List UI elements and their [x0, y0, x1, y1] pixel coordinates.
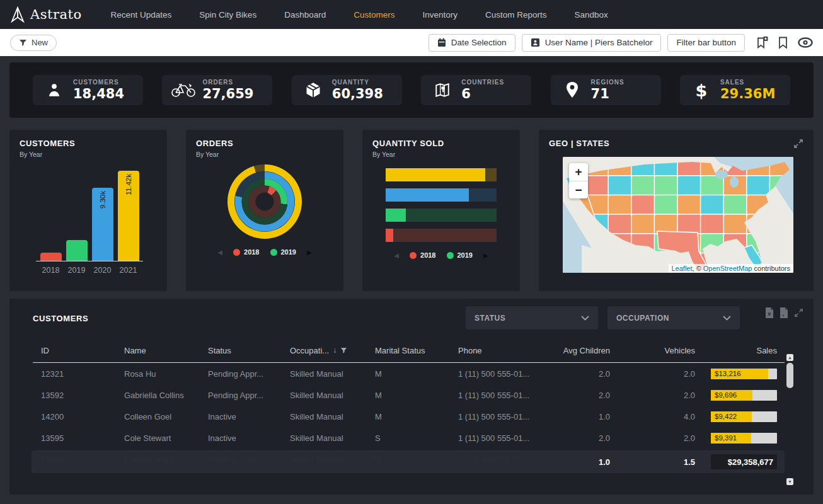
expand-icon[interactable]: [793, 139, 803, 149]
cell-sales: $9,422: [695, 411, 777, 422]
bar-2019[interactable]: [66, 240, 88, 261]
nav-item-sandbox[interactable]: Sandbox: [575, 10, 608, 20]
column-header-vehicles[interactable]: Vehicles: [610, 346, 695, 355]
x-tick-label: 2018: [40, 266, 62, 275]
brand-name: Astrato: [30, 7, 82, 22]
totals-sales: $29,358,677: [695, 454, 777, 469]
panel-subtitle: By Year: [20, 151, 157, 158]
cell-vehicles: 2.0: [610, 369, 695, 379]
legend-next-icon[interactable]: ▶: [307, 249, 312, 256]
kpi-label: ORDERS: [202, 79, 253, 86]
nav-item-spin-city-bikes[interactable]: Spin City Bikes: [199, 10, 256, 20]
column-header-status[interactable]: Status: [208, 346, 290, 355]
kpi-label: COUNTRIES: [461, 79, 504, 86]
column-header-occupati-[interactable]: Occupati...↓: [290, 346, 375, 355]
nav-item-custom-reports[interactable]: Custom Reports: [485, 10, 547, 20]
user-name-button[interactable]: User Name | Piers Batchelor: [522, 34, 662, 52]
column-header-name[interactable]: Name: [124, 346, 208, 355]
cell-phone: 1 (11) 500 555-01...: [458, 433, 550, 443]
column-header-marital-status[interactable]: Marital Status: [375, 346, 458, 355]
date-selection-button[interactable]: Date Selection: [429, 34, 515, 52]
legend-item-2019[interactable]: 2019: [270, 248, 296, 256]
nav-item-recent-updates[interactable]: Recent Updates: [111, 10, 172, 20]
legend-prev-icon[interactable]: ◀: [217, 249, 222, 256]
table-row[interactable]: 13595Cole StewartInactiveSkilled ManualS…: [9, 427, 814, 449]
scroll-down-icon[interactable]: ▼: [786, 478, 793, 485]
hbar-2020[interactable]: [386, 188, 497, 202]
legend-prev-icon[interactable]: ◀: [394, 252, 399, 259]
column-header-label: Status: [208, 346, 231, 355]
excel-export-icon[interactable]: X: [765, 307, 774, 318]
bookmark-add-icon[interactable]: [756, 36, 768, 49]
customers-bar-chart[interactable]: 9.30k11.42k: [36, 167, 143, 261]
quantity-bar-chart[interactable]: [386, 168, 497, 242]
orders-donut-chart[interactable]: [227, 164, 302, 239]
filter-bar-button[interactable]: Filter bar button: [667, 34, 745, 52]
column-header-phone[interactable]: Phone: [458, 346, 550, 355]
choropleth-map: [563, 157, 793, 273]
hbar-2018[interactable]: [386, 229, 497, 242]
bar-2020[interactable]: 9.30k: [92, 188, 113, 261]
hbar-2019[interactable]: [386, 209, 497, 222]
zoom-out-button[interactable]: −: [569, 181, 588, 198]
cell-marital: M: [375, 412, 458, 421]
legend-item-2018[interactable]: 2018: [233, 248, 259, 256]
table-header-row: IDNameStatusOccupati...↓Marital StatusPh…: [9, 342, 814, 358]
table-scrollbar[interactable]: ▲ ▼: [786, 362, 794, 477]
expand-icon[interactable]: [794, 308, 803, 318]
kpi-text: SALES29.36M: [720, 79, 775, 101]
eye-icon[interactable]: [798, 37, 813, 48]
column-header-label: Phone: [458, 346, 482, 355]
legend-item-2018[interactable]: 2018: [410, 251, 435, 259]
us-states-map[interactable]: + − Leaflet, © OpenStreetMap contributor…: [563, 157, 793, 273]
bar-2018[interactable]: [40, 253, 62, 261]
legend-item-2019[interactable]: 2019: [447, 251, 473, 259]
funnel-icon: [19, 39, 27, 47]
csv-export-icon[interactable]: ,: [780, 307, 788, 318]
table-row[interactable]: 12321Rosa HuPending Appr...Skilled Manua…: [9, 363, 814, 384]
nav-item-dashboard[interactable]: Dashboard: [284, 10, 326, 20]
occupation-filter-dropdown[interactable]: OCCUPATION: [607, 306, 740, 329]
svg-text:,: ,: [783, 311, 785, 317]
sales-bar: $9,391: [711, 433, 777, 444]
panel-title: ORDERS: [196, 139, 333, 148]
cell-sales: $9,391: [695, 433, 777, 444]
column-header-label: Sales: [756, 346, 777, 355]
cell-phone: 1 (11) 500 555-01...: [458, 391, 550, 400]
astrato-logo[interactable]: Astrato: [10, 6, 82, 23]
column-header-label: Name: [124, 346, 146, 355]
hbar-fill: [386, 168, 485, 181]
sort-desc-icon[interactable]: ↓: [333, 346, 337, 355]
bar-2021[interactable]: 11.42k: [118, 171, 139, 261]
legend-dot: [233, 249, 240, 256]
column-header-id[interactable]: ID: [41, 346, 124, 355]
orders-by-year-panel: ORDERS By Year ◀20182019▶: [186, 130, 343, 291]
hbar-2021[interactable]: [386, 168, 497, 181]
status-filter-dropdown[interactable]: STATUS: [466, 306, 598, 329]
hbar-fill: [386, 229, 393, 242]
leaflet-link[interactable]: Leaflet: [672, 265, 693, 272]
scroll-up-icon[interactable]: ▲: [786, 354, 793, 361]
map-attribution: Leaflet, © OpenStreetMap contributors: [669, 264, 794, 273]
sales-value: $9,391: [711, 433, 777, 444]
column-header-avg-children[interactable]: Avg Children: [550, 346, 610, 355]
column-header-sales[interactable]: Sales: [695, 346, 777, 355]
orders-legend: ◀20182019▶: [196, 248, 333, 256]
bookmark-icon[interactable]: [778, 37, 788, 49]
table-row[interactable]: 13592Gabriella CollinsPending Appr...Ski…: [9, 384, 814, 406]
legend-next-icon[interactable]: ▶: [483, 252, 488, 259]
scrollbar-thumb[interactable]: [786, 363, 793, 388]
quantity-legend: ◀20182019▶: [372, 251, 510, 259]
new-filter-pill[interactable]: New: [10, 35, 57, 51]
column-header-label: Vehicles: [665, 346, 695, 355]
table-row[interactable]: 14200Colleen GoelInactiveSkilled ManualM…: [9, 406, 814, 427]
cell-vehicles: 2.0: [610, 433, 695, 443]
column-funnel-icon[interactable]: [340, 347, 347, 354]
nav-item-customers[interactable]: Customers: [354, 10, 394, 20]
dollar-icon: $: [688, 81, 715, 100]
nav-item-inventory[interactable]: Inventory: [422, 10, 458, 20]
zoom-in-button[interactable]: +: [569, 163, 588, 181]
kpi-card-quantity: QUANTITY60,398: [292, 75, 402, 105]
kpi-value: 18,484: [73, 86, 124, 101]
osm-link[interactable]: OpenStreetMap: [703, 265, 752, 272]
